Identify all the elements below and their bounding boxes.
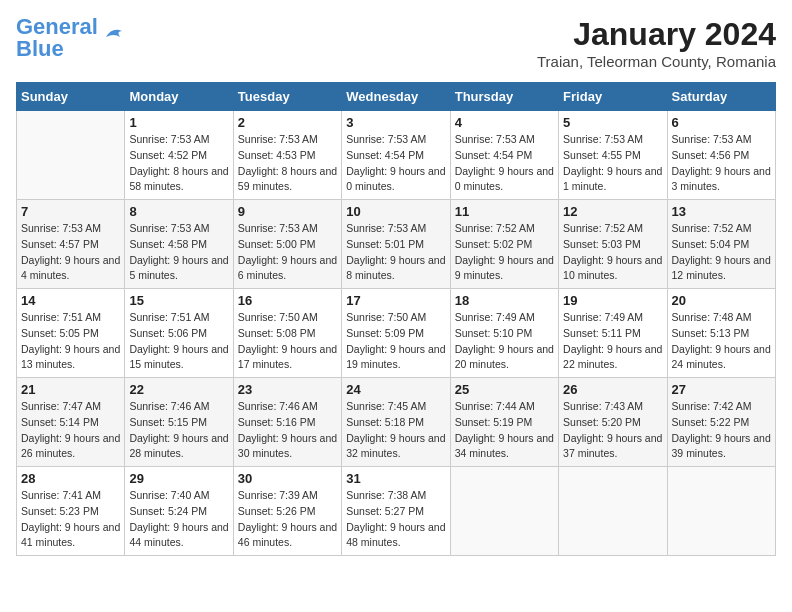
day-number: 26 bbox=[563, 382, 662, 397]
day-detail: Sunrise: 7:53 AM Sunset: 4:55 PM Dayligh… bbox=[563, 132, 662, 195]
day-number: 15 bbox=[129, 293, 228, 308]
calendar-cell: 28Sunrise: 7:41 AM Sunset: 5:23 PM Dayli… bbox=[17, 467, 125, 556]
day-detail: Sunrise: 7:53 AM Sunset: 4:58 PM Dayligh… bbox=[129, 221, 228, 284]
calendar-cell: 30Sunrise: 7:39 AM Sunset: 5:26 PM Dayli… bbox=[233, 467, 341, 556]
day-detail: Sunrise: 7:40 AM Sunset: 5:24 PM Dayligh… bbox=[129, 488, 228, 551]
day-detail: Sunrise: 7:42 AM Sunset: 5:22 PM Dayligh… bbox=[672, 399, 771, 462]
day-number: 31 bbox=[346, 471, 445, 486]
day-number: 2 bbox=[238, 115, 337, 130]
calendar-cell: 5Sunrise: 7:53 AM Sunset: 4:55 PM Daylig… bbox=[559, 111, 667, 200]
day-number: 29 bbox=[129, 471, 228, 486]
location-subtitle: Traian, Teleorman County, Romania bbox=[537, 53, 776, 70]
logo-text: GeneralBlue bbox=[16, 16, 98, 60]
col-header-monday: Monday bbox=[125, 83, 233, 111]
calendar-table: SundayMondayTuesdayWednesdayThursdayFrid… bbox=[16, 82, 776, 556]
calendar-week-row: 28Sunrise: 7:41 AM Sunset: 5:23 PM Dayli… bbox=[17, 467, 776, 556]
calendar-cell bbox=[17, 111, 125, 200]
calendar-cell: 29Sunrise: 7:40 AM Sunset: 5:24 PM Dayli… bbox=[125, 467, 233, 556]
day-number: 10 bbox=[346, 204, 445, 219]
calendar-cell: 18Sunrise: 7:49 AM Sunset: 5:10 PM Dayli… bbox=[450, 289, 558, 378]
day-number: 19 bbox=[563, 293, 662, 308]
day-detail: Sunrise: 7:52 AM Sunset: 5:03 PM Dayligh… bbox=[563, 221, 662, 284]
calendar-cell: 4Sunrise: 7:53 AM Sunset: 4:54 PM Daylig… bbox=[450, 111, 558, 200]
day-number: 14 bbox=[21, 293, 120, 308]
day-detail: Sunrise: 7:44 AM Sunset: 5:19 PM Dayligh… bbox=[455, 399, 554, 462]
calendar-cell: 10Sunrise: 7:53 AM Sunset: 5:01 PM Dayli… bbox=[342, 200, 450, 289]
calendar-cell: 3Sunrise: 7:53 AM Sunset: 4:54 PM Daylig… bbox=[342, 111, 450, 200]
calendar-cell: 8Sunrise: 7:53 AM Sunset: 4:58 PM Daylig… bbox=[125, 200, 233, 289]
day-number: 28 bbox=[21, 471, 120, 486]
day-detail: Sunrise: 7:53 AM Sunset: 4:57 PM Dayligh… bbox=[21, 221, 120, 284]
day-detail: Sunrise: 7:47 AM Sunset: 5:14 PM Dayligh… bbox=[21, 399, 120, 462]
day-number: 20 bbox=[672, 293, 771, 308]
calendar-cell: 22Sunrise: 7:46 AM Sunset: 5:15 PM Dayli… bbox=[125, 378, 233, 467]
day-number: 17 bbox=[346, 293, 445, 308]
day-number: 3 bbox=[346, 115, 445, 130]
logo-bird-icon bbox=[102, 23, 130, 43]
page-header: GeneralBlue January 2024 Traian, Teleorm… bbox=[16, 16, 776, 70]
day-detail: Sunrise: 7:50 AM Sunset: 5:09 PM Dayligh… bbox=[346, 310, 445, 373]
month-year-title: January 2024 bbox=[537, 16, 776, 53]
day-number: 18 bbox=[455, 293, 554, 308]
day-number: 9 bbox=[238, 204, 337, 219]
day-number: 22 bbox=[129, 382, 228, 397]
title-block: January 2024 Traian, Teleorman County, R… bbox=[537, 16, 776, 70]
col-header-thursday: Thursday bbox=[450, 83, 558, 111]
calendar-week-row: 21Sunrise: 7:47 AM Sunset: 5:14 PM Dayli… bbox=[17, 378, 776, 467]
day-number: 16 bbox=[238, 293, 337, 308]
calendar-cell: 24Sunrise: 7:45 AM Sunset: 5:18 PM Dayli… bbox=[342, 378, 450, 467]
col-header-saturday: Saturday bbox=[667, 83, 775, 111]
day-detail: Sunrise: 7:52 AM Sunset: 5:02 PM Dayligh… bbox=[455, 221, 554, 284]
day-detail: Sunrise: 7:53 AM Sunset: 4:53 PM Dayligh… bbox=[238, 132, 337, 195]
calendar-cell: 1Sunrise: 7:53 AM Sunset: 4:52 PM Daylig… bbox=[125, 111, 233, 200]
day-detail: Sunrise: 7:49 AM Sunset: 5:10 PM Dayligh… bbox=[455, 310, 554, 373]
calendar-cell: 13Sunrise: 7:52 AM Sunset: 5:04 PM Dayli… bbox=[667, 200, 775, 289]
calendar-cell: 27Sunrise: 7:42 AM Sunset: 5:22 PM Dayli… bbox=[667, 378, 775, 467]
day-number: 25 bbox=[455, 382, 554, 397]
day-detail: Sunrise: 7:38 AM Sunset: 5:27 PM Dayligh… bbox=[346, 488, 445, 551]
day-detail: Sunrise: 7:39 AM Sunset: 5:26 PM Dayligh… bbox=[238, 488, 337, 551]
day-detail: Sunrise: 7:53 AM Sunset: 5:01 PM Dayligh… bbox=[346, 221, 445, 284]
day-number: 8 bbox=[129, 204, 228, 219]
calendar-cell: 31Sunrise: 7:38 AM Sunset: 5:27 PM Dayli… bbox=[342, 467, 450, 556]
day-detail: Sunrise: 7:52 AM Sunset: 5:04 PM Dayligh… bbox=[672, 221, 771, 284]
calendar-cell: 9Sunrise: 7:53 AM Sunset: 5:00 PM Daylig… bbox=[233, 200, 341, 289]
day-number: 5 bbox=[563, 115, 662, 130]
calendar-cell bbox=[667, 467, 775, 556]
day-detail: Sunrise: 7:53 AM Sunset: 4:54 PM Dayligh… bbox=[455, 132, 554, 195]
day-detail: Sunrise: 7:48 AM Sunset: 5:13 PM Dayligh… bbox=[672, 310, 771, 373]
calendar-cell: 17Sunrise: 7:50 AM Sunset: 5:09 PM Dayli… bbox=[342, 289, 450, 378]
day-detail: Sunrise: 7:53 AM Sunset: 4:54 PM Dayligh… bbox=[346, 132, 445, 195]
calendar-week-row: 14Sunrise: 7:51 AM Sunset: 5:05 PM Dayli… bbox=[17, 289, 776, 378]
day-detail: Sunrise: 7:46 AM Sunset: 5:16 PM Dayligh… bbox=[238, 399, 337, 462]
day-detail: Sunrise: 7:53 AM Sunset: 5:00 PM Dayligh… bbox=[238, 221, 337, 284]
calendar-week-row: 7Sunrise: 7:53 AM Sunset: 4:57 PM Daylig… bbox=[17, 200, 776, 289]
day-detail: Sunrise: 7:45 AM Sunset: 5:18 PM Dayligh… bbox=[346, 399, 445, 462]
day-detail: Sunrise: 7:53 AM Sunset: 4:56 PM Dayligh… bbox=[672, 132, 771, 195]
calendar-header-row: SundayMondayTuesdayWednesdayThursdayFrid… bbox=[17, 83, 776, 111]
day-detail: Sunrise: 7:51 AM Sunset: 5:06 PM Dayligh… bbox=[129, 310, 228, 373]
calendar-cell: 25Sunrise: 7:44 AM Sunset: 5:19 PM Dayli… bbox=[450, 378, 558, 467]
calendar-cell: 16Sunrise: 7:50 AM Sunset: 5:08 PM Dayli… bbox=[233, 289, 341, 378]
day-number: 24 bbox=[346, 382, 445, 397]
calendar-cell: 12Sunrise: 7:52 AM Sunset: 5:03 PM Dayli… bbox=[559, 200, 667, 289]
day-number: 12 bbox=[563, 204, 662, 219]
day-number: 11 bbox=[455, 204, 554, 219]
calendar-cell: 21Sunrise: 7:47 AM Sunset: 5:14 PM Dayli… bbox=[17, 378, 125, 467]
calendar-cell: 11Sunrise: 7:52 AM Sunset: 5:02 PM Dayli… bbox=[450, 200, 558, 289]
calendar-cell: 20Sunrise: 7:48 AM Sunset: 5:13 PM Dayli… bbox=[667, 289, 775, 378]
day-number: 1 bbox=[129, 115, 228, 130]
day-detail: Sunrise: 7:49 AM Sunset: 5:11 PM Dayligh… bbox=[563, 310, 662, 373]
col-header-wednesday: Wednesday bbox=[342, 83, 450, 111]
day-number: 13 bbox=[672, 204, 771, 219]
calendar-cell: 15Sunrise: 7:51 AM Sunset: 5:06 PM Dayli… bbox=[125, 289, 233, 378]
day-number: 7 bbox=[21, 204, 120, 219]
day-detail: Sunrise: 7:53 AM Sunset: 4:52 PM Dayligh… bbox=[129, 132, 228, 195]
day-number: 6 bbox=[672, 115, 771, 130]
calendar-cell bbox=[450, 467, 558, 556]
calendar-cell: 19Sunrise: 7:49 AM Sunset: 5:11 PM Dayli… bbox=[559, 289, 667, 378]
col-header-tuesday: Tuesday bbox=[233, 83, 341, 111]
col-header-friday: Friday bbox=[559, 83, 667, 111]
calendar-cell: 2Sunrise: 7:53 AM Sunset: 4:53 PM Daylig… bbox=[233, 111, 341, 200]
calendar-cell: 6Sunrise: 7:53 AM Sunset: 4:56 PM Daylig… bbox=[667, 111, 775, 200]
